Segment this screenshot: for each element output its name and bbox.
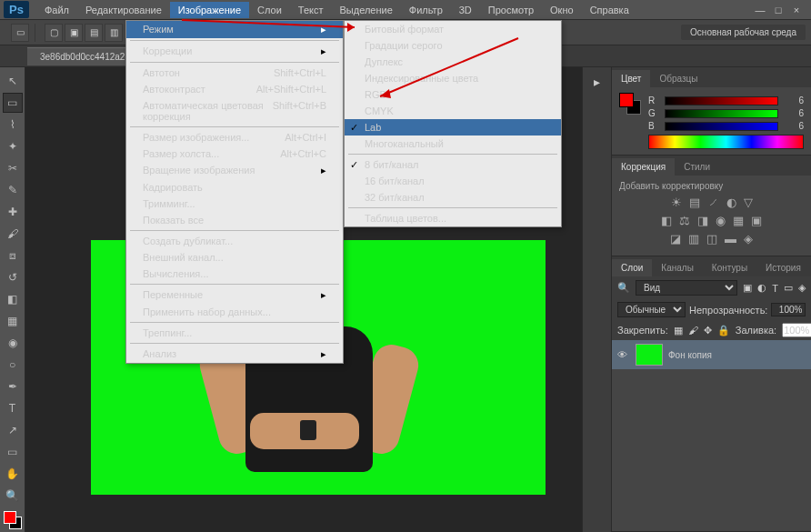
mode-multichannel[interactable]: Многоканальный bbox=[345, 136, 561, 152]
tab-adjustments[interactable]: Коррекция bbox=[612, 158, 675, 176]
mode-16bit[interactable]: 16 бит/канал bbox=[345, 173, 561, 189]
crop-tool[interactable]: ✂ bbox=[3, 158, 23, 178]
mode-rgb[interactable]: RGB bbox=[345, 86, 561, 103]
selcolor-icon[interactable]: ◈ bbox=[744, 232, 753, 246]
invert-icon[interactable]: ◪ bbox=[670, 232, 681, 246]
blend-mode-select[interactable]: Обычные bbox=[617, 302, 686, 317]
workspace-switcher[interactable]: Основная рабочая среда bbox=[681, 25, 806, 40]
brightness-icon[interactable]: ☀ bbox=[671, 196, 682, 209]
panel-expand-icon[interactable]: ▸ bbox=[583, 67, 611, 96]
brush-tool[interactable]: 🖌 bbox=[3, 224, 23, 244]
layer-name[interactable]: Фон копия bbox=[668, 350, 712, 360]
levels-icon[interactable]: ▤ bbox=[689, 196, 700, 209]
menu-mode[interactable]: Режим bbox=[126, 21, 343, 38]
blur-tool[interactable]: ◉ bbox=[3, 333, 23, 353]
menu-edit[interactable]: Редактирование bbox=[77, 2, 170, 18]
pen-tool[interactable]: ✒ bbox=[3, 376, 23, 396]
menu-duplicate[interactable]: Создать дубликат... bbox=[126, 233, 343, 249]
r-value[interactable]: 6 bbox=[784, 95, 804, 105]
tab-color[interactable]: Цвет bbox=[612, 70, 650, 87]
menu-image[interactable]: Изображение bbox=[170, 2, 249, 18]
menu-text[interactable]: Текст bbox=[290, 2, 332, 18]
mixer-icon[interactable]: ▦ bbox=[733, 214, 744, 227]
selection-new[interactable]: ▢ bbox=[45, 24, 63, 42]
menu-autocontrast[interactable]: АвтоконтрастAlt+Shift+Ctrl+L bbox=[126, 81, 343, 97]
menu-trim[interactable]: Тримминг... bbox=[126, 196, 343, 212]
layer-row[interactable]: 👁 Фон копия bbox=[612, 340, 811, 369]
tab-styles[interactable]: Стили bbox=[675, 158, 719, 176]
bw-icon[interactable]: ◨ bbox=[697, 214, 708, 227]
b-value[interactable]: 6 bbox=[784, 121, 804, 131]
menu-analysis[interactable]: Анализ bbox=[126, 346, 343, 363]
photo-filter-icon[interactable]: ◉ bbox=[716, 214, 726, 227]
lock-transparency-icon[interactable]: ▦ bbox=[674, 325, 683, 336]
mode-lab[interactable]: Lab bbox=[345, 119, 561, 136]
gradient-tool[interactable]: ▦ bbox=[3, 311, 23, 331]
menu-rotation[interactable]: Вращение изображения bbox=[126, 162, 343, 179]
menu-file[interactable]: Файл bbox=[36, 2, 77, 18]
menu-autotone[interactable]: АвтотонShift+Ctrl+L bbox=[126, 65, 343, 81]
filter-kind-icon[interactable]: 🔍 bbox=[617, 282, 630, 294]
shape-tool[interactable]: ▭ bbox=[3, 442, 23, 462]
lookup-icon[interactable]: ▣ bbox=[751, 214, 762, 227]
spectrum-picker[interactable] bbox=[648, 135, 804, 149]
move-tool[interactable]: ↖ bbox=[3, 71, 23, 91]
hue-icon[interactable]: ◧ bbox=[661, 214, 672, 227]
menu-apply-image[interactable]: Внешний канал... bbox=[126, 249, 343, 266]
stamp-tool[interactable]: ⧈ bbox=[3, 246, 23, 266]
opacity-input[interactable] bbox=[771, 303, 806, 316]
dodge-tool[interactable]: ○ bbox=[3, 355, 23, 375]
curves-icon[interactable]: ⟋ bbox=[707, 196, 719, 209]
lock-position-icon[interactable]: ✥ bbox=[704, 325, 712, 336]
eyedropper-tool[interactable]: ✎ bbox=[3, 180, 23, 200]
mode-8bit[interactable]: 8 бит/канал bbox=[345, 156, 561, 173]
menu-select[interactable]: Выделение bbox=[332, 2, 401, 18]
filter-type-icon[interactable]: T bbox=[772, 283, 778, 294]
mode-cmyk[interactable]: CMYK bbox=[345, 103, 561, 119]
healing-tool[interactable]: ✚ bbox=[3, 202, 23, 222]
eraser-tool[interactable]: ◧ bbox=[3, 289, 23, 309]
path-tool[interactable]: ↗ bbox=[3, 420, 23, 440]
lock-all-icon[interactable]: 🔒 bbox=[717, 325, 730, 336]
type-tool[interactable]: T bbox=[3, 398, 23, 418]
filter-smart-icon[interactable]: ◈ bbox=[798, 282, 806, 294]
gradmap-icon[interactable]: ▬ bbox=[725, 232, 736, 246]
menu-corrections[interactable]: Коррекции bbox=[126, 43, 343, 60]
window-minimize-icon[interactable]: — bbox=[753, 5, 767, 15]
selection-subtract[interactable]: ▤ bbox=[85, 24, 103, 42]
marquee-tool[interactable]: ▭ bbox=[3, 93, 23, 113]
lock-pixels-icon[interactable]: 🖌 bbox=[688, 325, 698, 336]
threshold-icon[interactable]: ◫ bbox=[706, 232, 717, 246]
history-brush-tool[interactable]: ↺ bbox=[3, 267, 23, 287]
window-close-icon[interactable]: × bbox=[789, 5, 804, 15]
vibrance-icon[interactable]: ▽ bbox=[744, 196, 753, 209]
tab-history[interactable]: История bbox=[756, 259, 810, 276]
menu-3d[interactable]: 3D bbox=[451, 2, 480, 18]
tab-channels[interactable]: Каналы bbox=[652, 259, 703, 276]
balance-icon[interactable]: ⚖ bbox=[679, 214, 690, 227]
filter-shape-icon[interactable]: ▭ bbox=[784, 282, 793, 294]
panel-color-swatch[interactable] bbox=[619, 93, 641, 115]
foreground-color[interactable] bbox=[4, 511, 16, 524]
g-value[interactable]: 6 bbox=[784, 108, 804, 118]
menu-window[interactable]: Окно bbox=[542, 2, 582, 18]
b-slider[interactable] bbox=[665, 122, 778, 131]
menu-filter[interactable]: Фильтр bbox=[401, 2, 451, 18]
r-slider[interactable] bbox=[665, 96, 778, 105]
menu-help[interactable]: Справка bbox=[582, 2, 637, 18]
menu-canvas-size[interactable]: Размер холста...Alt+Ctrl+C bbox=[126, 146, 343, 162]
fill-input[interactable] bbox=[782, 323, 811, 337]
collapsed-panel-strip[interactable]: ▸ bbox=[582, 67, 611, 532]
selection-intersect[interactable]: ▥ bbox=[105, 24, 123, 42]
selection-add[interactable]: ▣ bbox=[65, 24, 83, 42]
tool-preset[interactable]: ▭ bbox=[11, 24, 29, 42]
menu-image-size[interactable]: Размер изображения...Alt+Ctrl+I bbox=[126, 129, 343, 146]
layer-thumbnail[interactable] bbox=[636, 344, 663, 366]
lasso-tool[interactable]: ⌇ bbox=[3, 115, 23, 135]
menu-reveal[interactable]: Показать все bbox=[126, 212, 343, 228]
wand-tool[interactable]: ✦ bbox=[3, 136, 23, 156]
kind-select[interactable]: Вид bbox=[636, 280, 737, 296]
filter-adj-icon[interactable]: ◐ bbox=[757, 282, 766, 294]
hand-tool[interactable]: ✋ bbox=[3, 464, 23, 484]
zoom-tool[interactable]: 🔍 bbox=[3, 486, 23, 506]
